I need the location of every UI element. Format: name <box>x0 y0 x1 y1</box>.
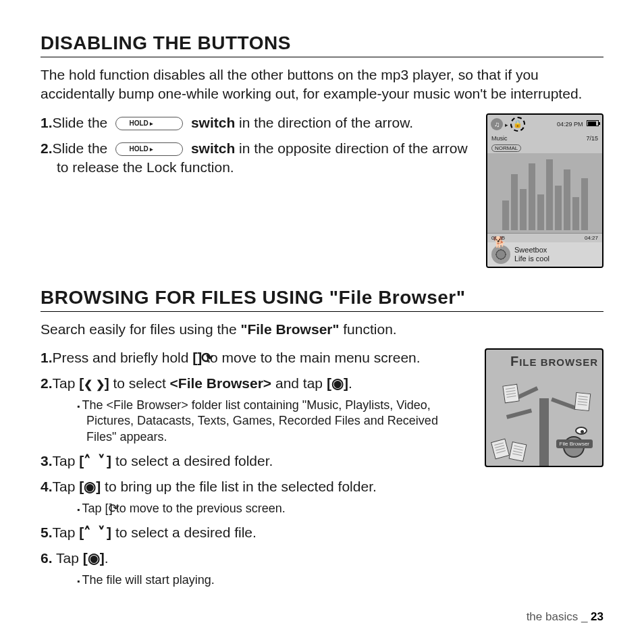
equalizer-graphic <box>487 153 602 233</box>
hold-switch-icon: HOLD <box>115 142 183 156</box>
step-b1: 1.Press and briefly hold [] to move to t… <box>41 348 471 367</box>
page-icon <box>491 439 510 460</box>
step-b6-sub: The file will start playing. <box>77 572 471 588</box>
mp3-player-mock: ♫ ▸ 🔒 04:29 PM Music 7/15 NORMAL 01:45 <box>486 113 603 268</box>
page-icon <box>502 384 519 404</box>
center-icon: [] <box>327 375 348 391</box>
steps-browsing: 1.Press and briefly hold [] to move to t… <box>41 348 471 588</box>
hold-switch-icon: HOLD <box>115 117 183 130</box>
track-title: Life is cool <box>514 254 549 263</box>
battery-icon <box>587 120 599 126</box>
steps-disabling: 1.Slide the HOLD switch in the direction… <box>41 113 473 178</box>
left-right-icon: [] <box>79 375 109 391</box>
back-icon <box>109 502 109 515</box>
player-mode: NORMAL <box>491 144 521 152</box>
step-2: 2.Slide the HOLD switch in the opposite … <box>41 139 473 178</box>
step-b6: 6. Tap []. The file will start playing. <box>41 549 471 588</box>
step-b2-sub: The <File Browser> folder list containin… <box>77 398 471 445</box>
album-disc-icon <box>491 245 510 264</box>
step-b4: 4.Tap [] to bring up the file list in th… <box>41 477 471 516</box>
file-browser-mock: FILE BROWSER File Browser <box>485 348 603 467</box>
music-note-icon: ♫ <box>491 118 503 130</box>
center-icon: [] <box>83 550 105 566</box>
page-footer: the basics _ 23 <box>527 610 603 624</box>
player-music-label: Music <box>491 135 508 142</box>
player-total: 04:27 <box>585 235 598 241</box>
step-1: 1.Slide the HOLD switch in the direction… <box>41 113 473 132</box>
heading-disabling: DISABLING THE BUTTONS <box>41 32 603 57</box>
center-icon: [] <box>79 479 101 494</box>
tree-graphic: File Browser <box>486 365 602 466</box>
step-b5: 5.Tap [] to select a desired file. <box>41 523 471 542</box>
fb-label: File Browser <box>556 439 593 448</box>
player-time: 04:29 PM <box>557 121 583 128</box>
heading-browsing: BROWSING FOR FILES USING "File Browser" <box>41 287 603 312</box>
up-down-icon: [] <box>79 453 111 468</box>
lock-icon: 🔒 <box>510 117 525 132</box>
page-icon <box>574 392 591 411</box>
step-b3: 3.Tap [] to select a desired folder. <box>41 452 471 471</box>
player-track-index: 7/15 <box>586 135 598 142</box>
step-b2: 2.Tap [] to select <File Browser> and ta… <box>41 374 471 445</box>
up-down-icon: [] <box>79 525 111 540</box>
step-b4-sub: Tap [] to move to the previous screen. <box>77 501 471 516</box>
track-artist: Sweetbox <box>514 246 549 254</box>
intro-browsing: Search easily for files using the "File … <box>41 320 603 339</box>
page-icon <box>509 441 527 462</box>
intro-disabling: The hold function disables all the other… <box>41 65 603 104</box>
back-icon: [] <box>192 350 202 365</box>
